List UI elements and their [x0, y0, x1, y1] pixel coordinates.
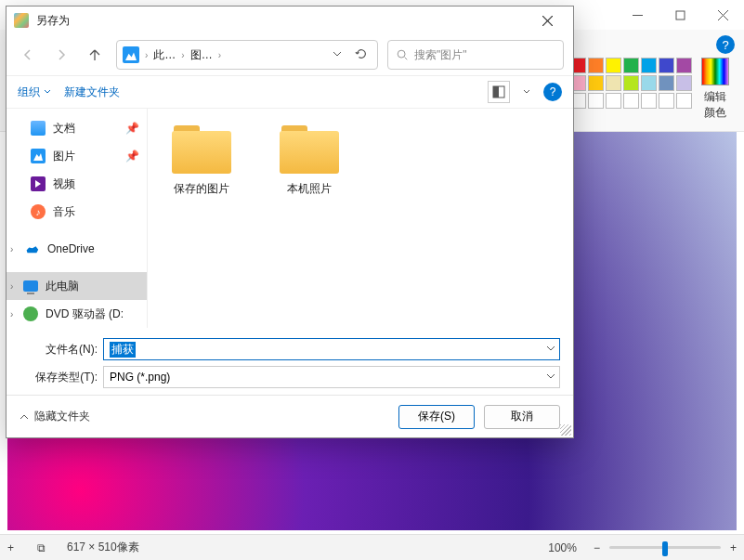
- address-breadcrumb[interactable]: › 此… › 图… ›: [116, 40, 378, 70]
- tree-item-dvd[interactable]: › DVD 驱动器 (D:: [7, 300, 147, 328]
- tree-item-thispc[interactable]: › 此电脑: [7, 272, 147, 300]
- thispc-icon: [23, 280, 38, 292]
- paint-maximize-button[interactable]: [659, 0, 701, 30]
- color-swatch[interactable]: [606, 75, 621, 91]
- chevron-down-icon[interactable]: [523, 88, 530, 96]
- paint-close-button[interactable]: [701, 0, 744, 30]
- nav-tree[interactable]: 文档 📌 图片 📌 视频 音乐 › OneDrive: [7, 109, 148, 328]
- svg-rect-9: [493, 86, 499, 98]
- filetype-value: PNG (*.png): [110, 371, 170, 384]
- tree-item-pictures[interactable]: 图片 📌: [7, 142, 147, 170]
- refresh-button[interactable]: [351, 47, 372, 63]
- cancel-button[interactable]: 取消: [484, 405, 560, 429]
- videos-icon: [31, 176, 46, 191]
- chevron-right-icon: ›: [143, 50, 150, 60]
- filename-input[interactable]: 捕获: [103, 338, 560, 360]
- chevron-down-icon: [546, 344, 555, 353]
- chevron-right-icon: ›: [179, 50, 186, 60]
- zoom-out-button[interactable]: −: [594, 541, 600, 554]
- pin-icon: 📌: [125, 150, 139, 163]
- filetype-combo[interactable]: PNG (*.png): [103, 366, 560, 388]
- zoom-slider[interactable]: [609, 546, 721, 549]
- hide-folders-toggle[interactable]: 隐藏文件夹: [20, 409, 90, 424]
- search-placeholder: 搜索"图片": [414, 47, 467, 63]
- color-swatch[interactable]: [623, 58, 639, 73]
- paint-statusbar: + ⧉ 617 × 510像素 100% − +: [0, 534, 744, 560]
- dialog-titlebar[interactable]: 另存为: [7, 7, 573, 34]
- tree-item-onedrive[interactable]: › OneDrive: [7, 235, 147, 263]
- pictures-location-icon: [123, 46, 139, 63]
- arrow-up-icon: [87, 47, 102, 62]
- zoom-in-button[interactable]: +: [730, 541, 737, 554]
- selection-size-icon: ⧉: [37, 541, 50, 554]
- chevron-right-icon: ›: [216, 50, 223, 60]
- edit-colors-label: 编辑 颜色: [704, 89, 726, 121]
- organize-menu[interactable]: 组织: [18, 85, 51, 100]
- color-swatch[interactable]: [588, 75, 604, 91]
- resize-grip[interactable]: [560, 424, 571, 436]
- dialog-toolbar: 组织 新建文件夹 ?: [7, 75, 573, 109]
- address-dropdown-button[interactable]: [327, 48, 347, 61]
- crumb-segment[interactable]: 图…: [190, 47, 213, 63]
- nav-up-button[interactable]: [83, 42, 107, 68]
- dvd-icon: [23, 306, 38, 321]
- color-swatch[interactable]: [659, 75, 674, 91]
- filetype-dropdown[interactable]: [546, 371, 555, 384]
- color-swatch[interactable]: [641, 93, 657, 109]
- color-swatch[interactable]: [676, 58, 692, 73]
- folder-icon: [276, 122, 343, 174]
- expand-icon[interactable]: ›: [10, 244, 13, 254]
- arrow-left-icon: [20, 47, 35, 62]
- color-swatch[interactable]: [641, 58, 657, 73]
- color-swatch[interactable]: [641, 75, 657, 91]
- dialog-nav-bar: › 此… › 图… › 搜索"图片": [7, 34, 573, 75]
- tree-item-documents[interactable]: 文档 📌: [7, 114, 147, 142]
- zoom-slider-thumb[interactable]: [662, 541, 668, 556]
- color-swatch[interactable]: [606, 58, 621, 73]
- search-input[interactable]: 搜索"图片": [387, 40, 564, 70]
- color-swatch[interactable]: [588, 93, 604, 109]
- crumb-segment[interactable]: 此…: [153, 47, 176, 63]
- filename-dropdown[interactable]: [546, 343, 555, 356]
- tree-item-music[interactable]: 音乐: [7, 198, 147, 226]
- filetype-label: 保存类型(T):: [20, 370, 98, 385]
- color-swatch[interactable]: [659, 93, 674, 109]
- nav-forward-button[interactable]: [49, 42, 73, 68]
- folder-item[interactable]: 本机照片: [265, 122, 354, 197]
- color-swatch[interactable]: [623, 93, 639, 109]
- dialog-title: 另存为: [36, 13, 529, 29]
- save-button[interactable]: 保存(S): [398, 405, 475, 429]
- color-swatch[interactable]: [606, 93, 621, 109]
- svg-line-7: [405, 58, 408, 60]
- filename-label: 文件名(N):: [20, 342, 98, 358]
- dialog-help-button[interactable]: ?: [543, 83, 562, 101]
- nav-back-button[interactable]: [16, 42, 40, 68]
- documents-icon: [31, 121, 46, 136]
- zoom-control[interactable]: − +: [594, 541, 737, 554]
- color-swatch[interactable]: [676, 93, 692, 109]
- color-swatch[interactable]: [659, 58, 674, 73]
- folder-label: 保存的图片: [174, 181, 229, 197]
- dialog-close-button[interactable]: [529, 7, 566, 34]
- cursor-pos-icon: +: [7, 541, 20, 554]
- folder-item[interactable]: 保存的图片: [157, 122, 246, 197]
- paint-minimize-button[interactable]: [616, 0, 659, 30]
- color-swatch[interactable]: [676, 75, 692, 91]
- expand-icon[interactable]: ›: [10, 281, 13, 292]
- tree-item-videos[interactable]: 视频: [7, 170, 147, 198]
- chevron-down-icon: [333, 49, 342, 59]
- color-swatch[interactable]: [623, 75, 639, 91]
- view-mode-button[interactable]: [488, 81, 510, 103]
- arrow-right-icon: [54, 47, 69, 62]
- file-list[interactable]: 保存的图片 本机照片: [148, 109, 573, 328]
- edit-colors-button[interactable]: 编辑 颜色: [701, 58, 729, 121]
- expand-icon[interactable]: ›: [10, 309, 13, 319]
- zoom-level-label: 100%: [548, 541, 577, 554]
- pictures-icon: [31, 149, 46, 163]
- chevron-up-icon: [20, 412, 29, 422]
- close-icon: [718, 10, 728, 20]
- new-folder-button[interactable]: 新建文件夹: [64, 85, 120, 100]
- paint-help-button[interactable]: ?: [716, 35, 735, 54]
- dialog-fields: 文件名(N): 捕获 保存类型(T): PNG (*.png): [7, 328, 573, 395]
- color-swatch[interactable]: [588, 58, 604, 73]
